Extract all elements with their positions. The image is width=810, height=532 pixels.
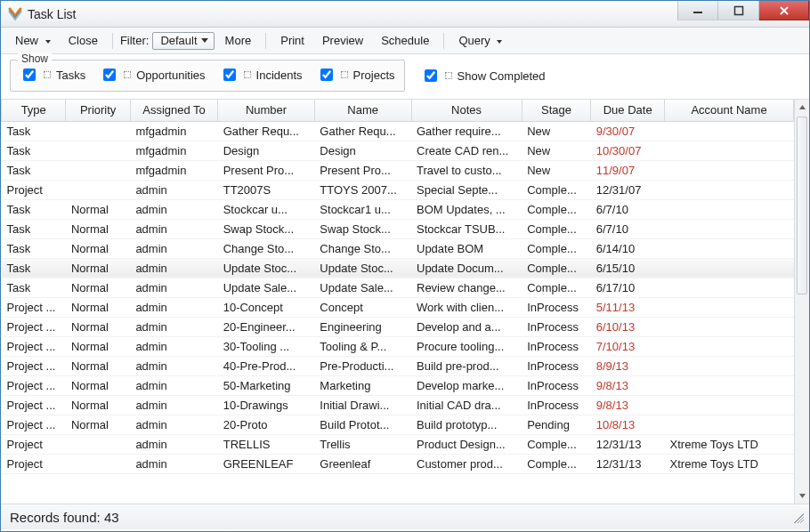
cell-priority	[66, 160, 130, 180]
cell-name: Marketing	[314, 375, 411, 395]
cell-type: Project ...	[2, 375, 66, 395]
cell-account	[665, 395, 794, 415]
filter-dropdown[interactable]: Default	[152, 32, 214, 50]
cell-name: Initial Drawi...	[314, 395, 411, 415]
checkbox-incidents[interactable]: Incidents	[220, 66, 303, 84]
cell-priority: Normal	[66, 278, 130, 297]
cell-type: Project	[2, 180, 66, 199]
cell-priority: Normal	[66, 238, 130, 258]
col-due[interactable]: Due Date	[591, 100, 665, 121]
col-stage[interactable]: Stage	[522, 100, 591, 121]
checkbox-opportunities[interactable]: Opportunities	[100, 66, 205, 84]
window-title: Task List	[28, 7, 76, 21]
menu-close[interactable]: Close	[61, 31, 105, 50]
cell-name: Gather Requ...	[314, 121, 411, 141]
table-row[interactable]: TaskmfgadminDesignDesignCreate CAD ren..…	[2, 141, 794, 160]
table-row[interactable]: Project ...Normaladmin40-Pre-Prod...Pre-…	[2, 356, 794, 375]
table-row[interactable]: TaskNormaladminStockcar u...Stockcar1 u.…	[2, 199, 794, 219]
cell-notes: Create CAD ren...	[411, 141, 522, 160]
col-notes[interactable]: Notes	[411, 100, 522, 121]
menu-query[interactable]: Query	[451, 31, 509, 50]
cell-assigned: admin	[130, 415, 217, 434]
table-row[interactable]: Project ...Normaladmin10-DrawingsInitial…	[2, 395, 794, 415]
cell-notes: Travel to custo...	[411, 160, 522, 180]
menu-new[interactable]: New	[8, 31, 58, 50]
table-row[interactable]: ProjectadminGREENLEAFGreenleafCustomer p…	[2, 454, 794, 473]
table-row[interactable]: TaskNormaladminUpdate Sale...Update Sale…	[2, 278, 794, 297]
checkbox-incidents-input[interactable]	[223, 69, 236, 81]
table-row[interactable]: ProjectadminTRELLISTrellisProduct Design…	[2, 434, 794, 454]
col-priority[interactable]: Priority	[66, 100, 130, 121]
cell-name: Stockcar1 u...	[314, 199, 411, 219]
table-row[interactable]: TaskNormaladminSwap Stock...Swap Stock..…	[2, 219, 794, 238]
minimize-button[interactable]	[677, 1, 718, 20]
svg-rect-0	[693, 12, 702, 13]
dotted-box-icon	[244, 71, 251, 78]
cell-number: 20-Proto	[218, 415, 315, 434]
table-row[interactable]: TaskNormaladminUpdate Stoc...Update Stoc…	[2, 258, 794, 278]
col-type[interactable]: Type	[2, 100, 66, 121]
table-row[interactable]: Project ...Normaladmin20-ProtoBuild Prot…	[2, 415, 794, 434]
scroll-down-icon[interactable]	[795, 488, 810, 504]
col-name[interactable]: Name	[314, 100, 411, 121]
cell-stage: InProcess	[522, 317, 591, 336]
table-row[interactable]: ProjectadminTT2007STTOYS 2007...Special …	[2, 180, 794, 199]
table-row[interactable]: Project ...Normaladmin50-MarketingMarket…	[2, 375, 794, 395]
cell-type: Task	[2, 238, 66, 258]
cell-priority: Normal	[66, 395, 130, 415]
cell-assigned: admin	[130, 219, 217, 238]
table-row[interactable]: TaskmfgadminPresent Pro...Present Pro...…	[2, 160, 794, 180]
cell-name: Trellis	[314, 434, 411, 454]
scroll-up-icon[interactable]	[795, 100, 810, 115]
grid-table[interactable]: Type Priority Assigned To Number Name No…	[1, 100, 794, 474]
col-account[interactable]: Account Name	[665, 100, 794, 121]
cell-account	[665, 336, 794, 356]
cell-name: Update Stoc...	[314, 258, 411, 278]
menu-print[interactable]: Print	[273, 31, 312, 50]
table-row[interactable]: TaskNormaladminChange Sto...Change Sto..…	[2, 238, 794, 258]
checkbox-projects-input[interactable]	[320, 69, 333, 81]
cell-account	[665, 356, 794, 375]
col-assigned[interactable]: Assigned To	[130, 100, 217, 121]
cell-account	[665, 415, 794, 434]
cell-type: Task	[2, 219, 66, 238]
menu-more[interactable]: More	[218, 31, 259, 50]
checkbox-show-completed-input[interactable]	[425, 69, 437, 82]
maximize-button[interactable]	[718, 1, 759, 20]
cell-due: 6/7/10	[591, 199, 665, 219]
table-row[interactable]: Project ...Normaladmin20-Engineer...Engi…	[2, 317, 794, 336]
menu-preview[interactable]: Preview	[315, 31, 370, 50]
resize-grip-icon[interactable]	[791, 511, 804, 523]
cell-due: 6/15/10	[591, 258, 665, 278]
cell-priority	[66, 141, 130, 160]
checkbox-projects[interactable]: Projects	[317, 66, 395, 84]
table-row[interactable]: Project ...Normaladmin10-ConceptConceptW…	[2, 297, 794, 317]
cell-stage: New	[522, 141, 591, 160]
table-row[interactable]: Project ...Normaladmin30-Tooling ...Tool…	[2, 336, 794, 356]
cell-type: Task	[2, 141, 66, 160]
vertical-scrollbar[interactable]	[794, 100, 809, 504]
cell-assigned: admin	[130, 395, 217, 415]
cell-notes: Review change...	[411, 278, 522, 297]
cell-assigned: admin	[130, 375, 217, 395]
cell-priority: Normal	[66, 258, 130, 278]
cell-number: Change Sto...	[218, 238, 315, 258]
cell-priority	[66, 121, 130, 141]
cell-notes: Update Docum...	[411, 258, 522, 278]
checkbox-tasks-input[interactable]	[23, 69, 36, 81]
show-group: Show Tasks Opportunities Incidents Proje…	[10, 60, 405, 92]
cell-due: 5/11/13	[591, 297, 665, 317]
cell-name: Present Pro...	[314, 160, 411, 180]
menu-schedule[interactable]: Schedule	[374, 31, 436, 50]
close-button[interactable]	[759, 1, 809, 20]
cell-type: Task	[2, 199, 66, 219]
scroll-track[interactable]	[795, 115, 809, 488]
cell-name: TTOYS 2007...	[314, 180, 411, 199]
checkbox-tasks[interactable]: Tasks	[20, 66, 85, 84]
col-number[interactable]: Number	[218, 100, 315, 121]
checkbox-opportunities-input[interactable]	[103, 69, 116, 81]
scroll-thumb[interactable]	[797, 117, 807, 294]
checkbox-show-completed[interactable]: Show Completed	[421, 67, 546, 85]
cell-due: 9/8/13	[591, 395, 665, 415]
table-row[interactable]: TaskmfgadminGather Requ...Gather Requ...…	[2, 121, 794, 141]
